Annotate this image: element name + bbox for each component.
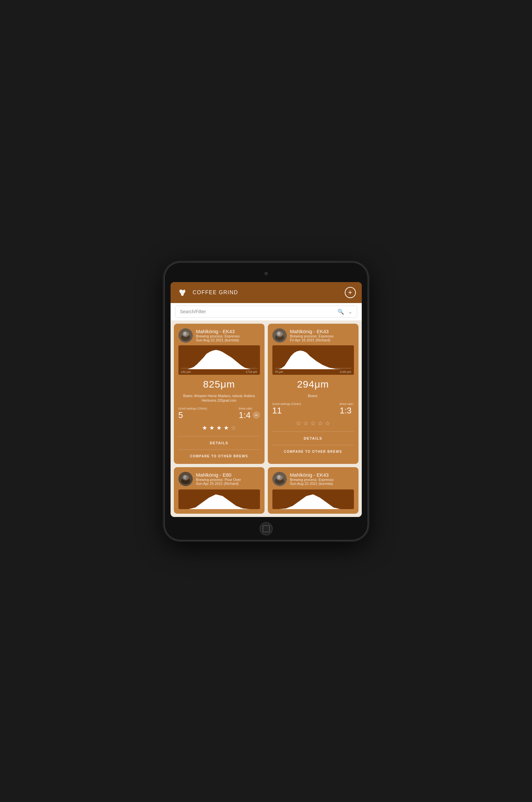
card-2-meta: Mahlkönig - EK43 Brewing process: Espres… xyxy=(290,329,354,342)
svg-marker-10 xyxy=(275,350,351,369)
svg-point-9 xyxy=(277,331,281,335)
tablet-device: COFFEE GRIND + Search/Filter 🔍 ⌄ xyxy=(165,262,368,540)
star-2-1[interactable]: ☆ xyxy=(296,420,301,427)
brew-card-1: Mahlkönig - EK43 Brewing process: Espres… xyxy=(174,324,265,464)
star-1-1[interactable]: ★ xyxy=(202,424,207,432)
card-1-edit-button[interactable]: ✏ xyxy=(253,412,260,419)
card-3-meta: Mahlkönig - E80 Brewing process: Pour Ov… xyxy=(196,472,260,486)
card-1-stars: ★ ★ ★ ★ ☆ xyxy=(178,424,260,432)
brew-card-3: Mahlkönig - E80 Brewing process: Pour Ov… xyxy=(174,467,265,514)
card-3-histogram-partial xyxy=(178,490,260,509)
card-1-details-button[interactable]: DETAILS xyxy=(178,440,260,446)
card-2-date: Fri Apr 16 2021 (Richard) xyxy=(290,338,354,342)
star-2-2[interactable]: ☆ xyxy=(303,420,308,427)
star-1-5[interactable]: ☆ xyxy=(231,424,236,432)
card-2-process: Brewing process: Espresso xyxy=(290,334,354,338)
card-2-avatar xyxy=(272,328,287,343)
search-bar-container: Search/Filter 🔍 ⌄ xyxy=(171,303,362,321)
card-2-header: Mahlkönig - EK43 Brewing process: Espres… xyxy=(272,328,354,343)
brew-card-4: Mahlkönig - EK43 Brewing process: Espres… xyxy=(268,467,359,514)
card-3-grinder: Mahlkönig - E80 xyxy=(196,472,260,478)
star-2-3[interactable]: ☆ xyxy=(310,420,316,427)
card-4-avatar xyxy=(272,472,287,486)
card-1-meta: Mahlkönig - EK43 Brewing process: Espres… xyxy=(196,329,260,342)
card-2-histogram-labels: 70 μm 1140 μm xyxy=(275,370,351,373)
header-left: COFFEE GRIND xyxy=(176,287,238,298)
search-icons: 🔍 ⌄ xyxy=(338,309,352,315)
app-header: COFFEE GRIND + xyxy=(171,282,362,303)
card-1-hist-left: 132 μm xyxy=(181,370,191,373)
card-1-grinder: Mahlkönig - EK43 xyxy=(196,329,260,334)
card-1-hist-right: 1716 μm xyxy=(246,370,257,373)
star-2-5[interactable]: ☆ xyxy=(325,420,330,427)
card-2-avatar-img xyxy=(272,328,287,343)
card-4-meta: Mahlkönig - EK43 Brewing process: Espres… xyxy=(290,472,354,486)
card-2-brew-label: Brew ratio: xyxy=(340,402,354,406)
star-1-3[interactable]: ★ xyxy=(216,424,222,432)
card-2-measurement: 294μm xyxy=(272,379,354,390)
card-2-grind-label: Grind settings (Clicks) xyxy=(272,402,301,406)
card-2-grind-section: Grind settings (Clicks) 11 xyxy=(272,402,301,416)
card-2-brew-ratio-row: 1:3 xyxy=(340,406,354,416)
search-filter-input[interactable]: Search/Filter 🔍 ⌄ xyxy=(175,306,357,318)
card-1-compare-button[interactable]: COMPARE TO OTHER BREWS xyxy=(178,453,260,459)
search-icon: 🔍 xyxy=(338,309,344,315)
search-placeholder: Search/Filter xyxy=(180,309,206,314)
main-content: Mahlkönig - EK43 Brewing process: Espres… xyxy=(171,321,362,517)
card-3-avatar-img xyxy=(178,472,193,486)
add-button[interactable]: + xyxy=(345,287,356,298)
card-2-beans: Beans: xyxy=(272,394,354,398)
star-1-4[interactable]: ★ xyxy=(224,424,229,432)
card-2-grind-value: 11 xyxy=(272,406,301,416)
card-1-brew-value: 1:4 xyxy=(239,410,250,420)
card-1-process: Brewing process: Espresso xyxy=(196,334,260,338)
card-1-brew-label: Brew ratio: xyxy=(239,407,260,410)
card-1-header: Mahlkönig - EK43 Brewing process: Espres… xyxy=(178,328,260,343)
tablet-screen: COFFEE GRIND + Search/Filter 🔍 ⌄ xyxy=(171,282,362,517)
card-2-hist-left: 70 μm xyxy=(275,370,283,373)
star-1-2[interactable]: ★ xyxy=(209,424,214,432)
card-4-process: Brewing process: Espresso xyxy=(290,478,354,481)
star-2-4[interactable]: ☆ xyxy=(318,420,323,427)
svg-point-20 xyxy=(277,475,281,479)
camera xyxy=(265,272,267,275)
card-1-date: Sun Aug 22 2021 (burrista) xyxy=(196,338,260,342)
card-1-grind-section: Grind settings (Clicks) 5 xyxy=(178,407,207,420)
card-1-brew-section: Brew ratio: 1:4 ✏ xyxy=(239,407,260,420)
card-1-grind-label: Grind settings (Clicks) xyxy=(178,407,207,410)
card-1-brew-ratio-row: 1:4 ✏ xyxy=(239,410,260,420)
svg-marker-4 xyxy=(181,350,257,369)
app-logo xyxy=(176,287,188,298)
card-1-beans: Beans: Ahiopien Harrar Moplaco, natural,… xyxy=(178,394,260,403)
card-4-date: Sun Aug 22 2021 (burrista) xyxy=(290,481,354,486)
home-button[interactable] xyxy=(260,522,273,535)
card-3-process: Brewing process: Pour Over xyxy=(196,478,260,481)
card-2-grinder: Mahlkönig - EK43 xyxy=(290,329,354,334)
svg-point-3 xyxy=(183,331,187,335)
card-3-avatar xyxy=(178,472,193,486)
card-1-divider-1 xyxy=(178,436,260,436)
card-3-header: Mahlkönig - E80 Brewing process: Pour Ov… xyxy=(178,472,260,486)
card-1-histogram-labels: 132 μm 1716 μm xyxy=(181,370,257,373)
card-1-grind-brew-row: Grind settings (Clicks) 5 Brew ratio: 1:… xyxy=(178,407,260,420)
card-2-stars: ☆ ☆ ☆ ☆ ☆ xyxy=(272,420,354,427)
card-1-avatar xyxy=(178,328,193,343)
card-2-grind-brew-row: Grind settings (Clicks) 11 Brew ratio: 1… xyxy=(272,402,354,416)
card-2-hist-right: 1140 μm xyxy=(340,370,351,373)
card-2-brew-value: 1:3 xyxy=(340,406,351,416)
card-1-avatar-img xyxy=(178,328,193,343)
card-3-date: Sun Apr 25 2021 (Richard) xyxy=(196,481,260,486)
svg-point-15 xyxy=(183,475,187,479)
card-2-divider-2 xyxy=(272,445,354,445)
brew-card-2: Mahlkönig - EK43 Brewing process: Espres… xyxy=(268,324,359,464)
card-4-avatar-img xyxy=(272,472,287,486)
chevron-down-icon: ⌄ xyxy=(348,309,352,315)
cards-grid: Mahlkönig - EK43 Brewing process: Espres… xyxy=(174,324,359,464)
card-4-histogram-partial xyxy=(272,490,354,509)
card-1-histogram: 132 μm 1716 μm xyxy=(178,345,260,375)
card-1-measurement: 825μm xyxy=(178,379,260,390)
card-2-divider-1 xyxy=(272,432,354,432)
card-2-compare-button[interactable]: COMPARE TO OTHER BREWS xyxy=(272,449,354,455)
card-2-brew-section: Brew ratio: 1:3 xyxy=(340,402,354,416)
card-2-details-button[interactable]: DETAILS xyxy=(272,435,354,442)
